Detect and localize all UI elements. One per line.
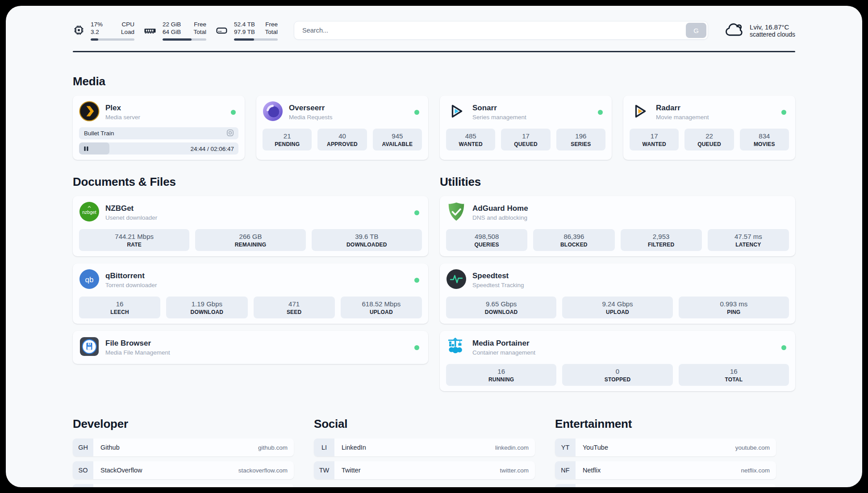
stat-value: 1.19 Gbps xyxy=(169,300,245,308)
stat-label: AVAILABLE xyxy=(376,141,419,147)
stat-value: 16 xyxy=(82,300,158,308)
stat-label: SERIES xyxy=(559,141,603,147)
pause-icon[interactable] xyxy=(84,146,88,151)
stat-label: TOTAL xyxy=(681,376,786,383)
stat-label: SEED xyxy=(256,309,332,315)
stat-box-seed: 471SEED xyxy=(254,297,335,318)
app-card-header: Media PortainerContainer management xyxy=(446,336,789,359)
stat-box-downloaded: 39.6 TBDOWNLOADED xyxy=(312,229,422,251)
stat-box-download: 9.65 GbpsDOWNLOAD xyxy=(446,297,556,318)
sonarr-icon xyxy=(446,101,467,123)
app-name: Plex xyxy=(105,104,140,113)
app-subtitle: Media File Management xyxy=(105,349,170,356)
bookmark-twitter[interactable]: TWTwittertwitter.com xyxy=(314,461,535,479)
app-stats-row: 16LEECH1.19 GbpsDOWNLOAD471SEED618.52 Mb… xyxy=(79,297,422,318)
app-card-radarr[interactable]: RadarrMovie management17WANTED22QUEUED83… xyxy=(623,96,795,160)
stat-value: 40 xyxy=(320,132,364,140)
stat-value: 2,953 xyxy=(623,233,699,240)
bookmark-dev[interactable]: DTDEVdev.to xyxy=(73,484,294,487)
bookmark-groups: DeveloperGHGithubgithub.comSOStackOverfl… xyxy=(73,417,795,487)
bookmark-url: twitter.com xyxy=(500,467,529,474)
stat-label: FILTERED xyxy=(623,242,699,248)
stat-box-upload: 9.24 GbpsUPLOAD xyxy=(562,297,672,318)
status-dot-online xyxy=(781,345,786,350)
section-title-developer: Developer xyxy=(73,417,294,431)
app-card-sonarr[interactable]: SonarrSeries management485WANTED17QUEUED… xyxy=(440,96,612,160)
stat-box-rate: 744.21 MbpsRATE xyxy=(79,229,189,251)
system-stat-body: 17%CPU3.2Load xyxy=(91,21,134,41)
stat-value-bottom: 97.9 TB xyxy=(234,28,255,36)
stat-box-blocked: 86,396BLOCKED xyxy=(533,229,614,251)
search-engine-button[interactable]: G xyxy=(686,23,706,38)
bookmark-stackoverflow[interactable]: SOStackOverflowstackoverflow.com xyxy=(73,461,294,479)
app-card-qbittorrent[interactable]: qbqBittorrentTorrent downloader16LEECH1.… xyxy=(73,263,428,324)
system-stats: 17%CPU3.2Load22 GiBFree64 GiBTotal52.4 T… xyxy=(73,21,287,41)
stat-value: 21 xyxy=(265,132,309,140)
app-card-header: AdGuard HomeDNS and adblocking xyxy=(446,201,789,224)
bookmark-name: Netflix xyxy=(583,467,601,474)
playback-progress-bar[interactable]: 24:44 / 02:06:47 xyxy=(79,142,238,155)
app-card-nzbget[interactable]: nzbgetNZBGetUsenet downloader744.21 Mbps… xyxy=(73,196,428,256)
utilities-column: Utilities AdGuard HomeDNS and adblocking… xyxy=(440,175,795,391)
bookmark-group-social: SocialLILinkedInlinkedin.comTWTwittertwi… xyxy=(314,417,535,487)
stat-box-stopped: 0STOPPED xyxy=(562,364,672,386)
status-dot-online xyxy=(781,110,786,115)
utilities-card-stack: AdGuard HomeDNS and adblocking498,508QUE… xyxy=(440,196,795,391)
stat-label: WANTED xyxy=(449,141,492,147)
bookmark-github[interactable]: GHGithubgithub.com xyxy=(73,439,294,456)
bookmark-youtube[interactable]: YTYouTubeyoutube.com xyxy=(555,439,776,456)
stat-box-movies: 834MOVIES xyxy=(740,129,789,150)
stat-box-download: 1.19 GbpsDOWNLOAD xyxy=(166,297,247,318)
stat-label-top: Free xyxy=(194,21,206,28)
stat-value: 39.6 TB xyxy=(314,233,419,240)
system-stat-progressbar xyxy=(163,38,206,41)
app-card-file-browser[interactable]: File BrowserMedia File Management xyxy=(73,331,428,364)
speedtest-icon xyxy=(446,269,467,291)
search-input[interactable] xyxy=(301,26,686,34)
stat-value: 0 xyxy=(565,368,670,375)
stat-value-top: 52.4 TB xyxy=(234,21,255,28)
bookmark-linkedin[interactable]: LILinkedInlinkedin.com xyxy=(314,439,535,456)
app-card-header: File BrowserMedia File Management xyxy=(79,336,422,359)
app-card-header: OverseerrMedia Requests xyxy=(263,101,422,123)
cpu-icon xyxy=(73,24,85,38)
weather-widget: Lviv, 16.87°C scattered clouds xyxy=(724,21,795,40)
stat-box-latency: 47.57 msLATENCY xyxy=(708,229,789,251)
system-stat-row: 97.9 TBTotal xyxy=(234,28,278,36)
stat-label-bottom: Total xyxy=(193,28,206,36)
app-card-header: SpeedtestSpeedtest Tracking xyxy=(446,269,789,291)
bookmark-reddit[interactable]: RERedditreddit.com xyxy=(555,484,776,487)
app-card-adguard-home[interactable]: AdGuard HomeDNS and adblocking498,508QUE… xyxy=(440,196,795,256)
app-stats-row: 17WANTED22QUEUED834MOVIES xyxy=(630,129,789,150)
bookmark-name: YouTube xyxy=(583,444,608,451)
app-card-overseerr[interactable]: OverseerrMedia Requests21PENDING40APPROV… xyxy=(256,96,428,160)
system-stat-row: 17%CPU xyxy=(91,21,134,28)
search-bar: G xyxy=(294,21,708,40)
stat-value-bottom: 64 GiB xyxy=(163,28,181,36)
bookmark-netflix[interactable]: NFNetflixnetflix.com xyxy=(555,461,776,479)
app-meta: File BrowserMedia File Management xyxy=(105,339,170,356)
stat-box-upload: 618.52 MbpsUPLOAD xyxy=(341,297,422,318)
media-card-grid: PlexMedia serverBullet Train24:44 / 02:0… xyxy=(73,96,795,160)
stat-value: 618.52 Mbps xyxy=(343,300,419,308)
app-card-header: SonarrSeries management xyxy=(446,101,605,123)
stat-value: 471 xyxy=(256,300,332,308)
now-playing-title: Bullet Train xyxy=(84,130,114,137)
app-meta: Media PortainerContainer management xyxy=(472,339,535,356)
app-card-media-portainer[interactable]: Media PortainerContainer management16RUN… xyxy=(440,331,795,391)
app-name: Sonarr xyxy=(472,104,526,113)
stat-value-bottom: 3.2 xyxy=(91,28,99,36)
app-card-plex[interactable]: PlexMedia serverBullet Train24:44 / 02:0… xyxy=(73,96,245,160)
header-divider xyxy=(73,51,795,52)
stat-label: APPROVED xyxy=(320,141,364,147)
bookmark-name: StackOverflow xyxy=(100,467,142,474)
app-card-speedtest[interactable]: SpeedtestSpeedtest Tracking9.65 GbpsDOWN… xyxy=(440,263,795,324)
stat-box-queued: 17QUEUED xyxy=(501,129,550,150)
stat-value: 9.65 Gbps xyxy=(449,300,554,308)
app-meta: SonarrSeries management xyxy=(472,104,526,121)
section-title-entertainment: Entertainment xyxy=(555,417,776,431)
bookmark-url: github.com xyxy=(258,444,288,451)
stat-label: RATE xyxy=(82,242,187,248)
bookmark-abbr: NF xyxy=(555,461,576,479)
app-stats-row: 16RUNNING0STOPPED16TOTAL xyxy=(446,364,789,386)
